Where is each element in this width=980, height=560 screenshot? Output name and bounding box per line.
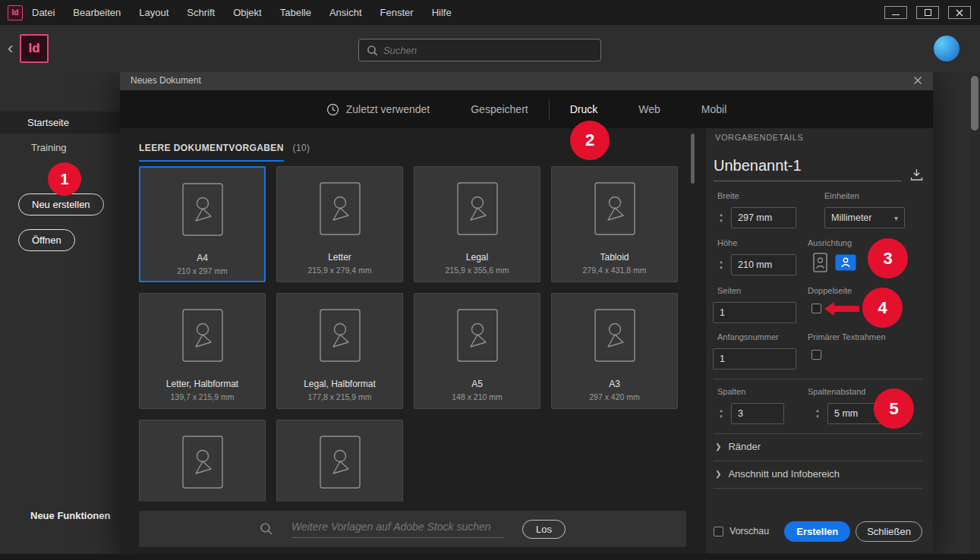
preset-name: Tabloid	[600, 252, 629, 263]
preset-card-letter-halbformat[interactable]: Letter, Halbformat 139,7 x 215,9 mm	[139, 293, 266, 409]
vorschau-checkbox[interactable]	[714, 527, 723, 536]
document-name-field[interactable]: Unbenannt-1	[714, 157, 902, 181]
menu-item-objekt[interactable]: Objekt	[224, 0, 271, 25]
preset-card-a4[interactable]: A4 210 x 297 mm	[139, 166, 266, 282]
stepper-up-icon[interactable]: ▲	[719, 408, 723, 413]
menu-item-layout[interactable]: Layout	[130, 0, 178, 25]
window-close-button[interactable]	[948, 6, 971, 19]
window-scrollbar[interactable]	[969, 72, 980, 560]
new-document-button[interactable]: Neu erstellen	[18, 193, 104, 216]
adobe-stock-search-input[interactable]	[291, 521, 504, 538]
hoehe-stepper[interactable]: ▲ ▼	[717, 254, 726, 275]
stepper-up-icon[interactable]: ▲	[719, 260, 723, 264]
menu-item-tabelle[interactable]: Tabelle	[271, 0, 320, 25]
preset-card-legal-halbformat[interactable]: Legal, Halbformat 177,8 x 215,9 mm	[276, 293, 403, 409]
tab-label: Mobil	[701, 103, 726, 115]
tab-label: Druck	[570, 103, 598, 115]
preset-dims: 215,9 x 355,6 mm	[445, 266, 509, 275]
indesign-app-icon: Id	[8, 5, 23, 20]
erstellen-button[interactable]: Erstellen	[784, 521, 850, 542]
back-chevron-icon[interactable]: ‹	[8, 39, 13, 58]
preset-card-a5[interactable]: A5 148 x 210 mm	[414, 293, 540, 409]
window-maximize-button[interactable]	[916, 6, 939, 19]
maximize-icon	[925, 9, 931, 16]
chevron-right-icon: ❯	[715, 442, 721, 451]
spalten-stepper[interactable]: ▲ ▼	[717, 403, 726, 424]
sidebar-item-training[interactable]: Training	[31, 142, 66, 153]
preset-card-10[interactable]	[276, 420, 403, 502]
tab-druck[interactable]: Druck	[550, 103, 619, 115]
presets-scrollbar-thumb[interactable]	[691, 134, 695, 184]
presets-count: (10)	[293, 143, 310, 153]
menu-item-ansicht[interactable]: Ansicht	[320, 0, 371, 25]
presets-header: LEERE DOKUMENTVORGABEN (10)	[139, 143, 310, 153]
menu-item-datei[interactable]: Datei	[23, 0, 64, 25]
los-button[interactable]: Los	[522, 520, 566, 539]
seiten-input[interactable]	[713, 302, 796, 323]
preset-card-legal[interactable]: Legal 215,9 x 355,6 mm	[414, 166, 540, 282]
spalten-input[interactable]	[731, 403, 784, 424]
search-input[interactable]	[383, 45, 593, 56]
sidebar-item-startseite[interactable]: Startseite	[0, 112, 120, 134]
document-page-icon	[182, 309, 223, 362]
stepper-down-icon[interactable]: ▼	[815, 414, 820, 419]
window-minimize-button[interactable]	[884, 6, 907, 19]
menu-item-schrift[interactable]: Schrift	[178, 0, 224, 25]
new-features-link[interactable]: Neue Funktionen	[30, 510, 110, 521]
section-label: Anschnitt und Infobereich	[728, 468, 840, 480]
einheiten-value: Millimeter	[831, 212, 871, 223]
menu-item-bearbeiten[interactable]: Bearbeiten	[64, 0, 130, 25]
textrahmen-checkbox[interactable]	[811, 350, 821, 360]
tab-web[interactable]: Web	[618, 103, 681, 115]
preset-name: Letter	[328, 252, 351, 263]
stepper-down-icon[interactable]: ▼	[719, 266, 723, 270]
document-page-icon	[594, 182, 635, 235]
annotation-circle-3: 3	[868, 238, 908, 278]
preset-card-9[interactable]	[139, 420, 266, 502]
spaltenabstand-label: Spaltenabstand	[808, 387, 865, 396]
window-scrollbar-thumb[interactable]	[971, 76, 978, 131]
bottom-edge	[0, 554, 980, 560]
save-preset-icon[interactable]	[909, 168, 924, 181]
section-anschnitt[interactable]: ❯ Anschnitt und Infobereich	[715, 468, 840, 480]
preset-details-pane: VORGABENDETAILS Unbenannt-1 Breite ▲ ▼ E…	[705, 128, 933, 553]
preset-name: A5	[471, 379, 483, 389]
menu-item-hilfe[interactable]: Hilfe	[423, 0, 461, 25]
stepper-down-icon[interactable]: ▼	[719, 414, 723, 419]
schliessen-button[interactable]: Schließen	[856, 521, 922, 542]
stepper-up-icon[interactable]: ▲	[815, 408, 820, 413]
orientation-landscape-icon[interactable]	[835, 254, 856, 271]
search-icon	[367, 45, 377, 56]
tab-gespeichert[interactable]: Gespeichert	[450, 103, 548, 115]
orientation-portrait-icon[interactable]	[813, 253, 827, 272]
document-page-icon	[320, 309, 361, 362]
preset-card-tabloid[interactable]: Tabloid 279,4 x 431,8 mm	[551, 166, 678, 282]
anfangsnummer-input[interactable]	[713, 348, 796, 370]
preset-card-a3[interactable]: A3 297 x 420 mm	[551, 293, 678, 409]
dialog-close-button[interactable]	[913, 76, 922, 85]
window-controls	[884, 6, 971, 19]
stepper-down-icon[interactable]: ▼	[719, 219, 723, 223]
preset-dims: 177,8 x 215,9 mm	[307, 392, 371, 401]
doppelseite-checkbox[interactable]	[811, 304, 821, 313]
tab-zuletzt-verwendet[interactable]: Zuletzt verwendet	[306, 103, 451, 116]
open-button[interactable]: Öffnen	[18, 229, 75, 251]
einheiten-dropdown[interactable]: Millimeter ▾	[824, 207, 905, 228]
spaltenabstand-stepper[interactable]: ▲ ▼	[813, 403, 822, 424]
tab-mobil[interactable]: Mobil	[681, 103, 747, 115]
search-bar[interactable]	[358, 39, 601, 61]
hoehe-input[interactable]	[731, 254, 796, 275]
breite-stepper[interactable]: ▲ ▼	[717, 207, 726, 228]
details-header: VORGABENDETAILS	[715, 133, 803, 142]
preset-dims: 279,4 x 431,8 mm	[582, 266, 646, 275]
avatar[interactable]	[934, 36, 960, 61]
menu-item-fenster[interactable]: Fenster	[371, 0, 423, 25]
stepper-up-icon[interactable]: ▲	[719, 212, 723, 217]
section-label: Ränder	[728, 441, 761, 452]
breite-input[interactable]	[731, 207, 796, 228]
dialog-title: Neues Dokument	[131, 75, 201, 86]
breite-label: Breite	[717, 191, 739, 200]
preset-card-letter[interactable]: Letter 215,9 x 279,4 mm	[276, 166, 403, 282]
document-page-icon	[457, 309, 498, 362]
section-raender[interactable]: ❯ Ränder	[715, 441, 761, 452]
